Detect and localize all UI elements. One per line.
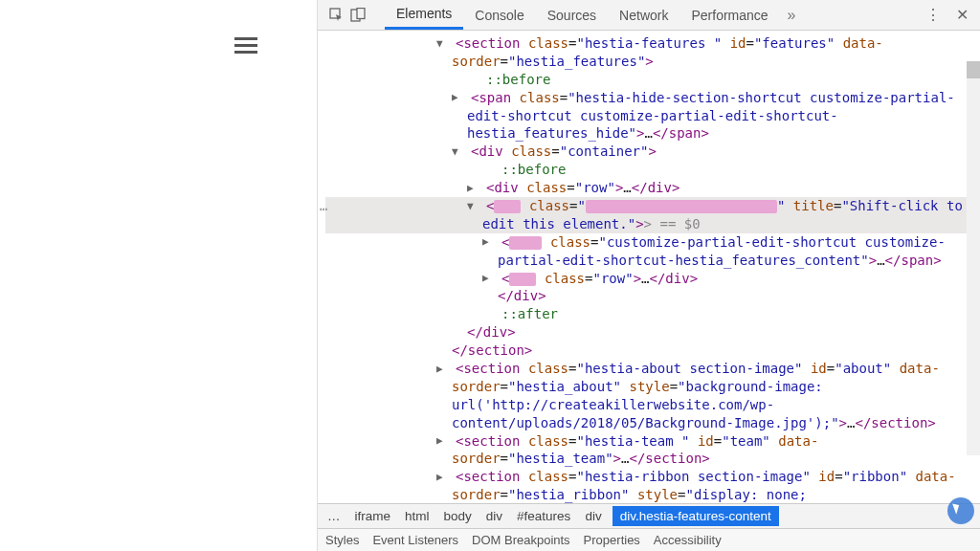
svg-rect-2: [357, 8, 365, 18]
breadcrumb-item[interactable]: html: [401, 509, 434, 523]
dom-node-selected[interactable]: ▼< class="" title="Shift-click to edit t…: [325, 197, 980, 233]
breadcrumb-item[interactable]: div: [581, 509, 605, 523]
tab-console[interactable]: Console: [463, 0, 535, 30]
dom-node[interactable]: ▶<div class="row">…</div>: [325, 179, 980, 197]
dom-node[interactable]: ▶< class="customize-partial-edit-shortcu…: [325, 233, 980, 270]
dom-pseudo[interactable]: ::before: [325, 71, 980, 89]
tab-event-listeners[interactable]: Event Listeners: [372, 533, 458, 547]
elements-tree[interactable]: ⋯ ▼<section class="hestia-features " id=…: [318, 31, 980, 503]
redacted-class: [586, 200, 777, 213]
dom-node[interactable]: ▼<div class="container">: [325, 143, 980, 161]
breadcrumb-item[interactable]: div: [482, 509, 506, 523]
tab-accessibility[interactable]: Accessibility: [654, 533, 722, 547]
redacted-tag: [494, 200, 521, 213]
devtools-toolbar: Elements Console Sources Network Perform…: [318, 0, 980, 31]
breadcrumb-ellipsis[interactable]: …: [323, 509, 345, 523]
breadcrumb-item-selected[interactable]: div.hestia-features-content: [612, 506, 779, 526]
dom-node[interactable]: ▶<section class="hestia-about section-im…: [325, 360, 980, 432]
kebab-menu-icon[interactable]: ⋮: [925, 6, 941, 24]
tab-elements[interactable]: Elements: [385, 0, 463, 30]
dom-node[interactable]: ▶<section class="hestia-team " id="team"…: [325, 432, 980, 469]
tab-sources[interactable]: Sources: [536, 0, 608, 30]
more-tabs-icon[interactable]: »: [788, 7, 796, 24]
page-preview: ur adipiscing ut labore et: [0, 0, 318, 551]
close-icon[interactable]: ✕: [956, 6, 969, 24]
redacted-tag: [509, 273, 536, 286]
scrollbar-thumb[interactable]: [967, 61, 980, 78]
dom-node[interactable]: ▼<section class="hestia-features " id="f…: [325, 34, 980, 71]
menu-icon[interactable]: [234, 33, 257, 57]
dom-pseudo[interactable]: ::after: [325, 305, 980, 323]
breadcrumb-item[interactable]: body: [440, 509, 476, 523]
scrollbar-track[interactable]: [967, 78, 980, 455]
dom-node[interactable]: </div>: [325, 323, 980, 342]
redacted-tag: [509, 236, 542, 250]
breadcrumb: … iframe html body div #features div div…: [318, 503, 980, 528]
tab-properties[interactable]: Properties: [584, 533, 640, 547]
dom-node[interactable]: ▶<span class="hestia-hide-section-shortc…: [325, 89, 980, 143]
inspect-icon[interactable]: [329, 8, 345, 23]
tab-dom-breakpoints[interactable]: DOM Breakpoints: [472, 533, 570, 547]
breadcrumb-item[interactable]: iframe: [351, 509, 395, 523]
dom-node[interactable]: ▶< class="row">…</div>: [325, 270, 980, 288]
tab-styles[interactable]: Styles: [325, 533, 359, 547]
devtools-panel: Elements Console Sources Network Perform…: [318, 0, 980, 551]
dom-pseudo[interactable]: ::before: [325, 161, 980, 179]
device-icon[interactable]: [350, 8, 366, 23]
devtools-tabs: Elements Console Sources Network Perform…: [385, 0, 796, 30]
dom-node[interactable]: ▶<section class="hestia-ribbon section-i…: [325, 468, 980, 503]
dom-node[interactable]: </div>: [325, 287, 980, 305]
tab-network[interactable]: Network: [608, 0, 679, 30]
styles-tabs: Styles Event Listeners DOM Breakpoints P…: [318, 528, 980, 551]
breadcrumb-item[interactable]: #features: [513, 509, 574, 523]
tab-performance[interactable]: Performance: [679, 0, 779, 30]
dom-node[interactable]: </section>: [325, 342, 980, 360]
cursor-icon: [947, 497, 974, 524]
line-actions-icon[interactable]: ⋯: [320, 200, 327, 218]
